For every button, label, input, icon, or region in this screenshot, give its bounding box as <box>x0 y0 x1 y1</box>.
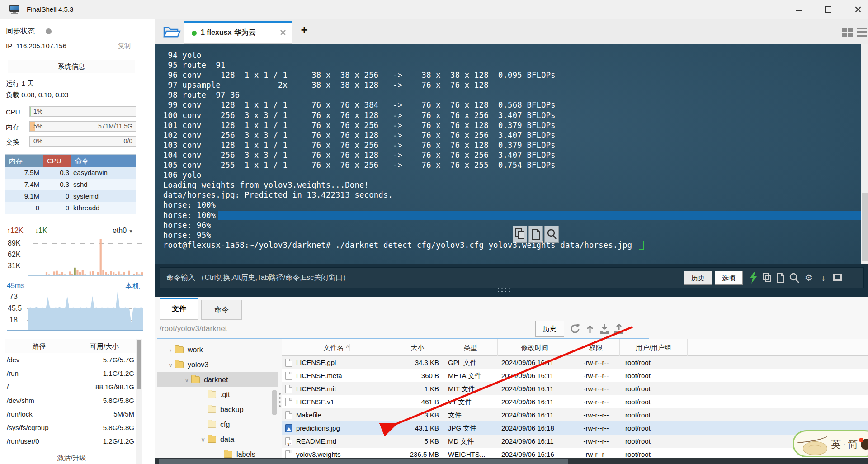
history-button[interactable]: 历史 <box>684 271 712 285</box>
disk-row[interactable]: /dev5.7G/5.7G <box>5 353 136 367</box>
file-row-LICENSE.gpl[interactable]: LICENSE.gpl34.3 KBGPL 文件2024/09/06 16:11… <box>282 356 868 369</box>
horizontal-scrollbar[interactable] <box>155 458 868 464</box>
tab-files[interactable]: 文件 <box>160 298 198 320</box>
close-button[interactable] <box>850 6 866 14</box>
tree-item-git[interactable]: .git <box>157 387 278 402</box>
open-connection-icon[interactable] <box>161 22 181 40</box>
gear-icon[interactable]: ⚙ <box>802 271 815 284</box>
refresh-icon[interactable] <box>569 322 582 335</box>
tree-item-label: yolov3 <box>188 361 208 369</box>
tree-list-splitter[interactable] <box>278 393 281 411</box>
copy-ip-link[interactable]: 复制 <box>118 42 131 50</box>
horizontal-scrollbar-thumb[interactable] <box>159 459 568 464</box>
tree-item-labels[interactable]: labels <box>157 447 278 458</box>
file-row-LICENSE.meta[interactable]: LICENSE.meta360 BMETA 文件2024/09/06 16:11… <box>282 369 868 382</box>
terminal-scrollbar-thumb[interactable] <box>862 193 868 261</box>
col-mtime[interactable]: 修改时间 <box>498 339 572 356</box>
search-icon[interactable] <box>788 271 801 284</box>
file-owner: root/root <box>620 435 688 448</box>
upload-icon[interactable] <box>613 322 625 335</box>
terminal[interactable]: 94 yolo 95 route 91 96 conv 128 1 x 1 / … <box>155 44 861 264</box>
disk-table-scrollbar[interactable] <box>136 339 142 464</box>
disk-row[interactable]: /run1.1G/1.2G <box>5 367 136 380</box>
tab-commands[interactable]: 命令 <box>201 300 242 320</box>
disk-row[interactable]: /dev/shm5.8G/5.8G <box>5 394 136 407</box>
lightning-icon[interactable] <box>747 271 760 284</box>
disk-col-path[interactable]: 路径 <box>5 339 73 354</box>
chevron-down-icon[interactable]: ∨ <box>166 358 175 373</box>
tree-item-work[interactable]: ›work <box>157 342 278 357</box>
col-owner[interactable]: 用户/用户组 <box>620 339 688 356</box>
process-col-memory[interactable]: 内存 <box>5 155 43 167</box>
chevron-down-icon[interactable]: ∨ <box>182 373 191 388</box>
network-interface-select[interactable]: eth0 ▼ <box>113 227 133 235</box>
file-perm: -rw-r--r-- <box>572 356 620 369</box>
process-row[interactable]: 9.1M0systemd <box>5 190 136 202</box>
activate-upgrade-link[interactable]: 激活/升级 <box>0 454 143 462</box>
process-row[interactable]: 00kthreadd <box>5 202 136 214</box>
disk-row[interactable]: /run/lock5M/5M <box>5 407 136 421</box>
file-type: MD 文件 <box>443 435 498 448</box>
tree-item-data[interactable]: ∨data <box>157 432 278 447</box>
disk-col-size[interactable]: 可用/大小 <box>73 339 136 354</box>
splitter-handle[interactable] <box>498 288 516 294</box>
disk-table-header[interactable]: 路径 可用/大小 <box>5 339 136 353</box>
tree-scrollbar-thumb[interactable] <box>272 390 277 415</box>
disk-row[interactable]: /run/user/01.2G/1.2G <box>5 435 136 448</box>
tree-item-backup[interactable]: backup <box>157 402 278 417</box>
col-type[interactable]: 类型 <box>443 339 498 356</box>
options-button[interactable]: 选项 <box>715 271 743 285</box>
file-row-README.md[interactable]: README.md5 KBMD 文件2024/09/06 16:11-rw-r-… <box>282 435 868 448</box>
list-view-icon[interactable] <box>857 28 868 38</box>
terminal-scrollbar[interactable] <box>861 44 868 264</box>
session-tab[interactable]: 1 flexusx-华为云 <box>184 21 292 44</box>
copy-icon[interactable] <box>761 271 774 284</box>
disk-row[interactable]: /sys/fs/cgroup5.8G/5.8G <box>5 421 136 435</box>
download-icon[interactable] <box>598 322 611 335</box>
tree-item-yolov3[interactable]: ∨yolov3 <box>157 357 278 372</box>
file-name: LICENSE.mit <box>296 382 336 395</box>
memory-detail: 571M/11.5G <box>98 123 132 130</box>
file-type: MIT 文件 <box>443 382 498 395</box>
path-history-button[interactable]: 历史 <box>535 321 564 337</box>
file-type: GPL 文件 <box>443 356 498 369</box>
chevron-right-icon[interactable]: › <box>166 343 175 358</box>
col-size[interactable]: 大小 <box>392 339 443 356</box>
file-row-Makefile[interactable]: Makefile3 KB文件2024/09/06 16:11-rw-r--r--… <box>282 408 868 421</box>
tab-close-icon[interactable] <box>279 29 287 36</box>
sync-status-dot <box>46 28 52 34</box>
disk-scrollbar-thumb[interactable] <box>137 340 141 389</box>
process-row[interactable]: 7.5M0.3easydarwin <box>5 167 136 179</box>
grid-view-icon[interactable] <box>842 28 853 38</box>
minimize-button[interactable] <box>791 6 807 14</box>
disk-row[interactable]: /88.1G/98.1G <box>5 380 136 394</box>
terminal-line: 104 conv 256 3 x 3 / 1 76 x 76 x 128 -> … <box>163 150 861 160</box>
chevron-down-icon[interactable]: ∨ <box>198 432 208 447</box>
parent-directory-icon[interactable] <box>584 322 596 335</box>
file-row-predictions.jpg[interactable]: predictions.jpg43.1 KBJPG 文件2024/09/06 1… <box>282 421 868 435</box>
paste-icon[interactable] <box>774 271 787 284</box>
process-col-command[interactable]: 命令 <box>71 155 136 167</box>
file-perm: -rw-r--r-- <box>572 421 620 435</box>
process-col-cpu[interactable]: CPU <box>43 155 71 167</box>
file-row-yolov3.weights[interactable]: yolov3.weights236.5 MBWEIGHTS...2024/09/… <box>282 448 868 458</box>
file-name: LICENSE.gpl <box>296 356 336 369</box>
scroll-down-icon[interactable]: ↓ <box>817 271 830 284</box>
tree-item-cfg[interactable]: cfg <box>157 417 278 432</box>
process-table-header[interactable]: 内存 CPU 命令 <box>5 155 136 167</box>
swap-percent: 0% <box>33 137 42 145</box>
window-toggle-icon[interactable] <box>831 271 844 284</box>
file-row-LICENSE.mit[interactable]: LICENSE.mit1 KBMIT 文件2024/09/06 16:11-rw… <box>282 382 868 395</box>
process-row[interactable]: 7.4M0.3sshd <box>5 179 136 190</box>
tree-item-darknet[interactable]: ∨darknet <box>157 372 278 387</box>
app-icon <box>9 5 20 14</box>
file-file-icon <box>285 450 292 459</box>
file-file-icon <box>285 372 292 380</box>
maximize-button[interactable] <box>821 6 836 14</box>
ping-tick-73: 73 <box>9 293 28 301</box>
col-filename[interactable]: 文件名 ^ <box>282 339 392 356</box>
new-tab-button[interactable]: + <box>298 24 311 37</box>
file-row-LICENSE.v1[interactable]: LICENSE.v1461 BV1 文件2024/09/06 16:11-rw-… <box>282 395 868 408</box>
col-perm[interactable]: 权限 <box>572 339 620 356</box>
system-info-button[interactable]: 系统信息 <box>8 60 135 73</box>
